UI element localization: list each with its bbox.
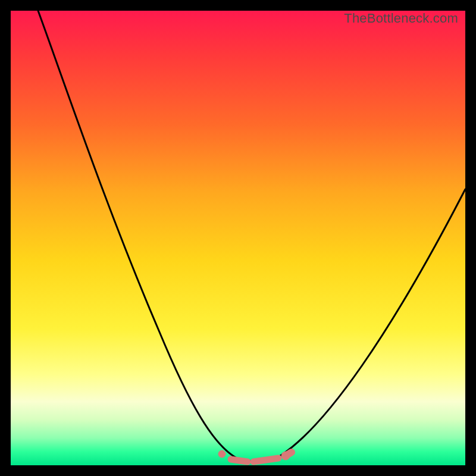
bottleneck-curve-path (38, 11, 465, 461)
bottleneck-curve-svg (11, 11, 465, 465)
svg-point-0 (218, 450, 226, 458)
chart-area: TheBottleneck.com (11, 11, 465, 465)
svg-line-2 (253, 458, 278, 462)
svg-line-1 (231, 459, 248, 462)
svg-line-4 (286, 452, 292, 456)
